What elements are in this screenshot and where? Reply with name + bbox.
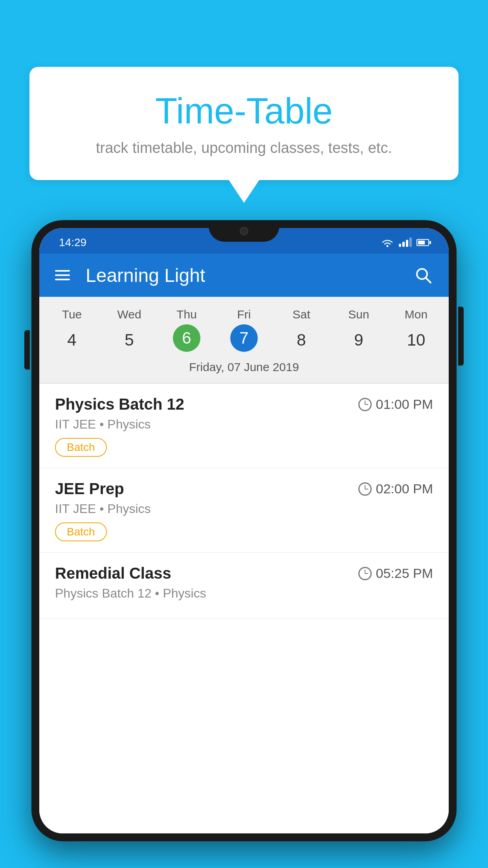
date-6-today[interactable]: 6 — [173, 324, 200, 352]
app-bar: Learning Light — [39, 254, 449, 297]
phone-wrapper: 14:29 — [31, 220, 457, 868]
date-10[interactable]: 10 — [387, 324, 445, 356]
schedule-item-1[interactable]: Physics Batch 12 01:00 PM IIT JEE • Phys… — [39, 384, 449, 468]
date-4[interactable]: 4 — [43, 324, 101, 356]
calendar-strip: Tue Wed Thu Fri Sat Sun Mon 4 5 6 7 8 9 … — [39, 297, 449, 383]
day-header-tue[interactable]: Tue — [43, 305, 101, 324]
schedule-time-3: 05:25 PM — [358, 566, 433, 581]
clock-icon-2 — [358, 482, 372, 496]
day-headers: Tue Wed Thu Fri Sat Sun Mon — [39, 305, 449, 324]
schedule-item-3[interactable]: Remedial Class 05:25 PM Physics Batch 12… — [39, 553, 449, 618]
clock-icon-3 — [358, 567, 372, 580]
day-numbers: 4 5 6 7 8 9 10 — [39, 324, 449, 356]
schedule-time-2: 02:00 PM — [358, 481, 433, 497]
camera-dot — [240, 227, 248, 235]
batch-badge-1: Batch — [55, 438, 107, 457]
clock-icon-1 — [358, 398, 372, 411]
schedule-time-text-3: 05:25 PM — [376, 566, 433, 581]
bubble-title: Time-Table — [61, 90, 427, 132]
schedule-title-2: JEE Prep — [55, 480, 124, 498]
schedule-subtitle-1: IIT JEE • Physics — [55, 417, 433, 432]
day-header-mon[interactable]: Mon — [387, 305, 445, 324]
schedule-time-text-1: 01:00 PM — [376, 397, 433, 412]
status-bar-right — [381, 237, 429, 248]
hamburger-line-3 — [55, 279, 70, 280]
schedule-title-3: Remedial Class — [55, 565, 171, 582]
day-header-fri[interactable]: Fri — [215, 305, 273, 324]
schedule-list: Physics Batch 12 01:00 PM IIT JEE • Phys… — [39, 384, 449, 833]
battery-icon — [416, 239, 429, 246]
hamburger-icon[interactable] — [55, 270, 70, 280]
speech-bubble: Time-Table track timetable, upcoming cla… — [29, 67, 459, 180]
speech-bubble-tail — [228, 179, 260, 203]
day-header-thu[interactable]: Thu — [158, 305, 215, 324]
schedule-time-1: 01:00 PM — [358, 397, 433, 412]
svg-line-2 — [426, 278, 431, 283]
speech-bubble-wrapper: Time-Table track timetable, upcoming cla… — [29, 67, 459, 203]
schedule-item-2-header: JEE Prep 02:00 PM — [55, 480, 433, 498]
date-9[interactable]: 9 — [330, 324, 387, 356]
day-header-sat[interactable]: Sat — [273, 305, 330, 324]
svg-point-0 — [387, 245, 389, 247]
phone-outer: 14:29 — [31, 220, 457, 841]
date-7-selected[interactable]: 7 — [230, 324, 258, 352]
date-5[interactable]: 5 — [101, 324, 158, 356]
day-header-sun[interactable]: Sun — [330, 305, 387, 324]
schedule-title-1: Physics Batch 12 — [55, 395, 184, 413]
schedule-time-text-2: 02:00 PM — [376, 481, 433, 497]
schedule-subtitle-3: Physics Batch 12 • Physics — [55, 586, 433, 601]
schedule-subtitle-2: IIT JEE • Physics — [55, 502, 433, 516]
wifi-icon — [381, 237, 394, 248]
selected-date-label: Friday, 07 June 2019 — [39, 356, 449, 381]
app-title: Learning Light — [86, 265, 413, 286]
schedule-item-1-header: Physics Batch 12 01:00 PM — [55, 395, 433, 413]
status-time: 14:29 — [59, 236, 86, 249]
hamburger-line-1 — [55, 270, 70, 272]
schedule-item-3-header: Remedial Class 05:25 PM — [55, 565, 433, 582]
schedule-item-2[interactable]: JEE Prep 02:00 PM IIT JEE • Physics Batc… — [39, 468, 449, 553]
day-header-wed[interactable]: Wed — [101, 305, 158, 324]
hamburger-line-2 — [55, 274, 70, 276]
phone-notch — [209, 220, 279, 242]
phone-inner: 14:29 — [39, 228, 449, 833]
bubble-subtitle: track timetable, upcoming classes, tests… — [61, 140, 427, 156]
date-8[interactable]: 8 — [273, 324, 330, 356]
signal-icon — [399, 238, 412, 247]
battery-fill — [418, 241, 425, 245]
search-button[interactable] — [413, 265, 433, 285]
batch-badge-2: Batch — [55, 522, 107, 541]
